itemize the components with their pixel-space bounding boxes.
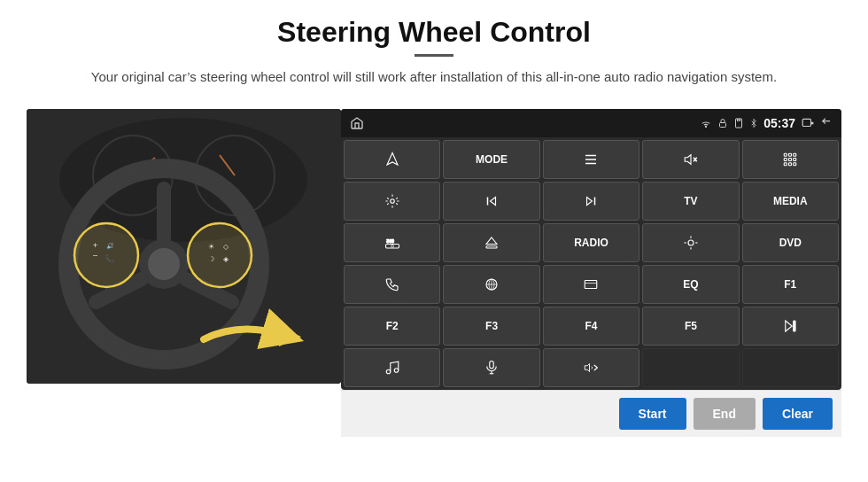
btn-radio[interactable]: RADIO: [543, 223, 639, 262]
svg-point-24: [706, 126, 707, 127]
svg-text:📞: 📞: [105, 253, 115, 264]
btn-empty1: [642, 348, 739, 387]
svg-text:–: –: [93, 251, 97, 260]
btn-f1[interactable]: F1: [742, 265, 839, 304]
svg-text:360: 360: [386, 238, 394, 244]
svg-text:◇: ◇: [223, 243, 229, 251]
svg-rect-38: [789, 153, 792, 156]
svg-point-53: [391, 245, 393, 247]
svg-text:☀: ☀: [208, 243, 214, 251]
btn-mic[interactable]: [443, 348, 539, 387]
svg-rect-55: [486, 245, 497, 247]
content-row: + – 🔊 📞 ☀ ◇ ☽ ◈: [27, 109, 841, 410]
btn-gps[interactable]: [443, 265, 539, 304]
svg-rect-68: [794, 321, 795, 331]
btn-f2[interactable]: F2: [344, 307, 440, 346]
svg-text:◈: ◈: [223, 255, 229, 263]
window-icon: [583, 276, 599, 292]
topbar-right: 05:37: [700, 116, 833, 130]
btn-dvd[interactable]: DVD: [742, 223, 839, 262]
svg-rect-43: [785, 162, 787, 165]
return-icon: [820, 117, 833, 129]
btn-settings[interactable]: [344, 182, 440, 221]
lock-icon: [717, 117, 728, 129]
topbar-left: [350, 116, 364, 130]
btn-media[interactable]: MEDIA: [742, 182, 839, 221]
control-panel: 05:37: [341, 109, 841, 390]
back-icon: [801, 117, 815, 129]
btn-empty2: [742, 348, 839, 387]
title-divider: [415, 54, 453, 57]
settings-icon: [384, 193, 400, 209]
panel-grid: MODE: [341, 137, 841, 390]
btn-playpause[interactable]: [742, 307, 839, 346]
svg-rect-39: [794, 153, 796, 156]
btn-list[interactable]: [543, 140, 639, 179]
btn-vol-phone[interactable]: [543, 348, 639, 387]
svg-text:🔊: 🔊: [106, 242, 114, 250]
vol-phone-icon: [583, 360, 599, 376]
svg-point-17: [188, 223, 252, 287]
btn-mode[interactable]: MODE: [443, 140, 539, 179]
home-icon: [350, 116, 364, 130]
svg-rect-41: [789, 158, 792, 160]
svg-rect-65: [585, 280, 598, 288]
svg-marker-74: [585, 363, 590, 371]
svg-point-70: [394, 368, 399, 372]
control-panel-wrapper: 05:37: [341, 109, 841, 410]
svg-point-69: [386, 369, 391, 374]
gps-icon: [484, 276, 500, 292]
svg-line-75: [594, 365, 598, 368]
svg-point-8: [148, 248, 180, 280]
svg-marker-67: [786, 321, 793, 331]
phone-icon: [384, 276, 400, 292]
sdcard-icon: [733, 117, 744, 129]
vol-mute-icon: [683, 152, 699, 167]
btn-phone[interactable]: [344, 265, 440, 304]
mic-icon: [484, 360, 500, 376]
steering-wheel-svg: + – 🔊 📞 ☀ ◇ ☽ ◈: [27, 109, 341, 384]
steering-bg: + – 🔊 📞 ☀ ◇ ☽ ◈: [27, 109, 341, 384]
svg-rect-44: [789, 162, 792, 165]
btn-f4[interactable]: F4: [543, 307, 639, 346]
btn-360cam[interactable]: 360: [344, 223, 440, 262]
btn-nav[interactable]: [344, 140, 440, 179]
btn-next[interactable]: [543, 182, 639, 221]
panel-topbar: 05:37: [341, 109, 841, 137]
btn-apps[interactable]: [742, 140, 839, 179]
btn-eject[interactable]: [443, 223, 539, 262]
page-container: Steering Wheel Control Your original car…: [0, 0, 868, 482]
btn-music[interactable]: [344, 348, 440, 387]
svg-point-46: [390, 198, 394, 203]
nav-icon: [384, 152, 400, 167]
btn-tv[interactable]: TV: [642, 182, 739, 221]
end-button[interactable]: End: [694, 398, 756, 430]
bluetooth-icon: [749, 117, 758, 129]
steering-wheel-image: + – 🔊 📞 ☀ ◇ ☽ ◈: [27, 109, 341, 384]
list-icon: [583, 152, 599, 167]
btn-eq[interactable]: EQ: [642, 265, 739, 304]
svg-marker-34: [685, 154, 691, 164]
svg-line-76: [594, 368, 598, 370]
svg-text:☽: ☽: [208, 255, 214, 263]
btn-vol-mute[interactable]: [642, 140, 739, 179]
svg-rect-45: [794, 162, 796, 165]
svg-rect-30: [802, 119, 810, 126]
brightness-icon: [683, 235, 699, 251]
svg-rect-71: [490, 361, 494, 368]
btn-f5[interactable]: F5: [642, 307, 739, 346]
eject-icon: [484, 235, 500, 251]
playpause-icon: [782, 318, 798, 334]
btn-f3[interactable]: F3: [443, 307, 539, 346]
start-button[interactable]: Start: [619, 398, 686, 430]
svg-rect-40: [785, 158, 787, 160]
btn-window[interactable]: [543, 265, 639, 304]
bottom-bar: Start End Clear: [341, 390, 841, 437]
btn-brightness[interactable]: [642, 223, 739, 262]
prev-icon: [484, 193, 500, 209]
wifi-icon: [700, 117, 712, 129]
svg-rect-42: [794, 158, 796, 160]
svg-text:+: +: [93, 241, 97, 250]
btn-prev[interactable]: [443, 182, 539, 221]
clear-button[interactable]: Clear: [763, 398, 833, 430]
